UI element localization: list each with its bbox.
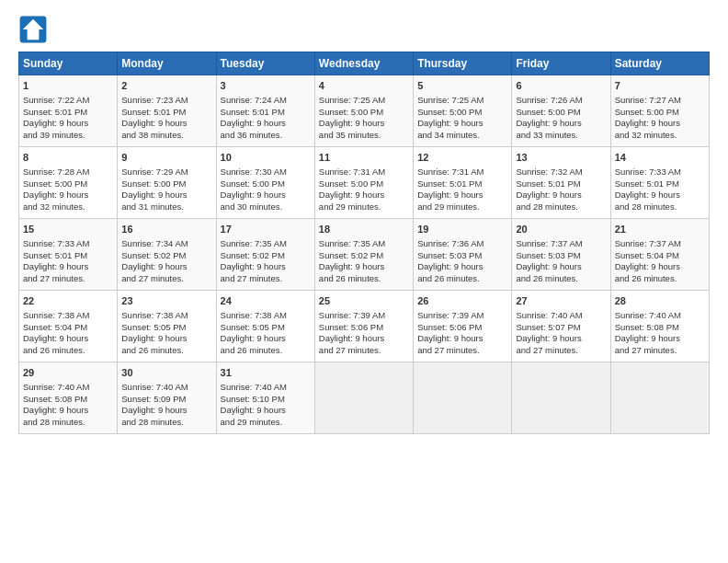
day-number: 27 bbox=[516, 294, 606, 308]
day-info: Sunset: 5:00 PM bbox=[23, 178, 113, 190]
day-info: Daylight: 9 hours bbox=[221, 405, 311, 417]
day-info: Daylight: 9 hours bbox=[121, 405, 211, 417]
day-info: and 29 minutes. bbox=[417, 201, 507, 213]
day-info: and 29 minutes. bbox=[319, 201, 409, 213]
day-info: Sunset: 5:01 PM bbox=[615, 178, 705, 190]
day-info: Sunset: 5:00 PM bbox=[121, 178, 211, 190]
cal-cell: 8Sunrise: 7:28 AMSunset: 5:00 PMDaylight… bbox=[19, 147, 118, 219]
day-info: and 29 minutes. bbox=[221, 417, 311, 429]
day-info: Daylight: 9 hours bbox=[615, 261, 705, 273]
day-number: 29 bbox=[23, 366, 113, 380]
day-info: Sunset: 5:00 PM bbox=[221, 178, 311, 190]
day-info: and 27 minutes. bbox=[121, 273, 211, 285]
day-info: and 36 minutes. bbox=[221, 130, 311, 142]
cal-cell: 1Sunrise: 7:22 AMSunset: 5:01 PMDaylight… bbox=[19, 75, 118, 147]
cal-cell: 25Sunrise: 7:39 AMSunset: 5:06 PMDayligh… bbox=[314, 291, 413, 362]
day-info: Sunset: 5:01 PM bbox=[221, 107, 311, 119]
day-info: Sunrise: 7:39 AM bbox=[319, 310, 409, 322]
day-info: Sunset: 5:03 PM bbox=[417, 250, 507, 262]
day-info: Sunrise: 7:26 AM bbox=[516, 95, 606, 107]
day-number: 4 bbox=[319, 79, 409, 93]
day-info: Daylight: 9 hours bbox=[516, 261, 606, 273]
day-info: Sunrise: 7:28 AM bbox=[23, 167, 113, 178]
day-info: and 28 minutes. bbox=[121, 417, 211, 429]
day-info: and 26 minutes. bbox=[319, 273, 409, 285]
day-info: Sunset: 5:05 PM bbox=[121, 322, 211, 334]
day-info: and 27 minutes. bbox=[23, 273, 113, 285]
cal-cell: 26Sunrise: 7:39 AMSunset: 5:06 PMDayligh… bbox=[414, 291, 512, 362]
day-info: Sunset: 5:06 PM bbox=[417, 322, 507, 334]
day-info: Sunset: 5:02 PM bbox=[221, 250, 311, 262]
cal-cell: 18Sunrise: 7:35 AMSunset: 5:02 PMDayligh… bbox=[314, 219, 413, 291]
day-info: Sunrise: 7:40 AM bbox=[221, 382, 311, 394]
day-info: and 26 minutes. bbox=[121, 345, 211, 357]
cal-cell bbox=[314, 362, 413, 434]
day-info: Sunset: 5:01 PM bbox=[121, 107, 211, 119]
day-number: 15 bbox=[23, 223, 113, 236]
day-number: 8 bbox=[23, 151, 113, 165]
cal-cell: 27Sunrise: 7:40 AMSunset: 5:07 PMDayligh… bbox=[512, 291, 610, 362]
day-info: Sunset: 5:10 PM bbox=[221, 394, 311, 406]
day-info: Sunset: 5:00 PM bbox=[516, 107, 606, 119]
cal-cell: 9Sunrise: 7:29 AMSunset: 5:00 PMDaylight… bbox=[118, 147, 216, 219]
day-info: and 33 minutes. bbox=[516, 130, 606, 142]
day-info: Sunset: 5:01 PM bbox=[23, 250, 113, 262]
day-info: Sunrise: 7:38 AM bbox=[23, 310, 113, 322]
day-number: 6 bbox=[516, 79, 606, 93]
day-info: and 34 minutes. bbox=[417, 130, 507, 142]
day-number: 7 bbox=[615, 79, 705, 93]
day-info: and 28 minutes. bbox=[516, 201, 606, 213]
day-info: Sunrise: 7:37 AM bbox=[516, 238, 606, 250]
day-info: and 27 minutes. bbox=[516, 345, 606, 357]
day-info: Sunrise: 7:22 AM bbox=[23, 95, 113, 107]
day-info: and 27 minutes. bbox=[615, 345, 705, 357]
cal-cell: 3Sunrise: 7:24 AMSunset: 5:01 PMDaylight… bbox=[216, 75, 314, 147]
day-info: Sunset: 5:08 PM bbox=[615, 322, 705, 334]
week-row-2: 15Sunrise: 7:33 AMSunset: 5:01 PMDayligh… bbox=[19, 219, 710, 291]
day-number: 11 bbox=[319, 151, 409, 165]
day-number: 28 bbox=[615, 294, 705, 308]
cal-cell: 10Sunrise: 7:30 AMSunset: 5:00 PMDayligh… bbox=[216, 147, 314, 219]
day-info: Daylight: 9 hours bbox=[121, 190, 211, 201]
cal-cell: 14Sunrise: 7:33 AMSunset: 5:01 PMDayligh… bbox=[610, 147, 709, 219]
cal-cell: 5Sunrise: 7:25 AMSunset: 5:00 PMDaylight… bbox=[414, 75, 512, 147]
day-info: Daylight: 9 hours bbox=[23, 190, 113, 201]
day-info: Daylight: 9 hours bbox=[221, 333, 311, 345]
day-number: 19 bbox=[417, 223, 507, 236]
day-info: Sunrise: 7:36 AM bbox=[417, 238, 507, 250]
week-row-3: 22Sunrise: 7:38 AMSunset: 5:04 PMDayligh… bbox=[19, 291, 710, 362]
day-number: 14 bbox=[615, 151, 705, 165]
day-info: and 39 minutes. bbox=[23, 130, 113, 142]
day-info: Daylight: 9 hours bbox=[516, 333, 606, 345]
day-number: 31 bbox=[221, 366, 311, 380]
col-header-saturday: Saturday bbox=[610, 52, 709, 75]
logo bbox=[18, 15, 53, 44]
day-info: Daylight: 9 hours bbox=[319, 118, 409, 130]
day-number: 26 bbox=[417, 294, 507, 308]
day-info: Daylight: 9 hours bbox=[319, 333, 409, 345]
day-info: Sunrise: 7:31 AM bbox=[319, 167, 409, 178]
day-number: 16 bbox=[121, 223, 211, 236]
day-info: Daylight: 9 hours bbox=[23, 261, 113, 273]
week-row-1: 8Sunrise: 7:28 AMSunset: 5:00 PMDaylight… bbox=[19, 147, 710, 219]
day-info: and 26 minutes. bbox=[23, 345, 113, 357]
day-info: and 27 minutes. bbox=[319, 345, 409, 357]
day-info: Daylight: 9 hours bbox=[319, 261, 409, 273]
day-number: 12 bbox=[417, 151, 507, 165]
day-info: Sunset: 5:07 PM bbox=[516, 322, 606, 334]
cal-cell: 20Sunrise: 7:37 AMSunset: 5:03 PMDayligh… bbox=[512, 219, 610, 291]
cal-cell: 12Sunrise: 7:31 AMSunset: 5:01 PMDayligh… bbox=[414, 147, 512, 219]
day-info: and 35 minutes. bbox=[319, 130, 409, 142]
col-header-friday: Friday bbox=[512, 52, 610, 75]
day-info: Daylight: 9 hours bbox=[23, 405, 113, 417]
day-info: Sunset: 5:09 PM bbox=[121, 394, 211, 406]
day-info: Daylight: 9 hours bbox=[319, 190, 409, 201]
day-info: and 26 minutes. bbox=[516, 273, 606, 285]
col-header-wednesday: Wednesday bbox=[314, 52, 413, 75]
day-info: Daylight: 9 hours bbox=[121, 118, 211, 130]
day-info: Sunset: 5:02 PM bbox=[319, 250, 409, 262]
day-info: Daylight: 9 hours bbox=[417, 261, 507, 273]
cal-cell: 19Sunrise: 7:36 AMSunset: 5:03 PMDayligh… bbox=[414, 219, 512, 291]
day-info: and 28 minutes. bbox=[615, 201, 705, 213]
cal-cell bbox=[610, 362, 709, 434]
